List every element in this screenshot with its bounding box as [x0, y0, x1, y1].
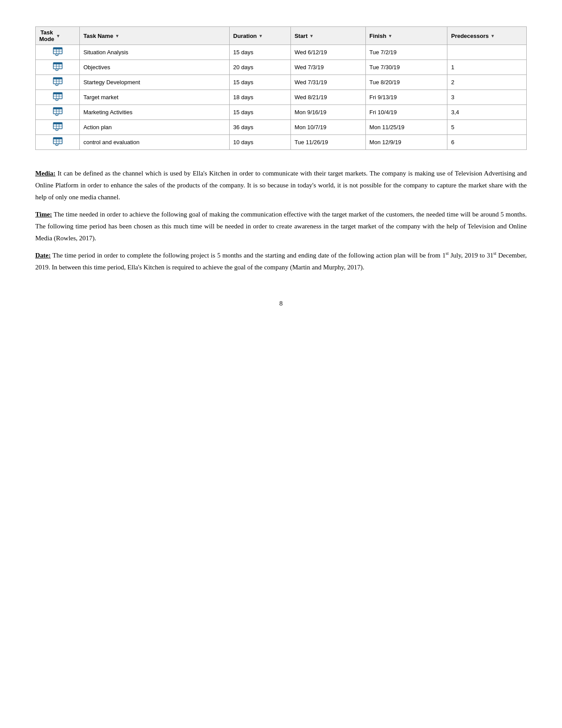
task-name-cell: Marketing Activities [80, 105, 230, 120]
page-number-value: 8 [279, 300, 283, 307]
duration-cell: 15 days [230, 75, 291, 90]
duration-cell: 18 days [230, 90, 291, 105]
predecessors-cell: 3 [447, 90, 527, 105]
svg-rect-6 [53, 63, 62, 64]
date-sup2: st [493, 251, 496, 256]
finish-cell: Fri 9/13/19 [366, 90, 447, 105]
finish-cell: Fri 10/4/19 [366, 105, 447, 120]
table-section: TaskMode ▼ Task Name ▼ Duration ▼ [35, 26, 527, 150]
th-task-name-label: Task Name [83, 33, 113, 39]
finish-cell: Mon 12/9/19 [366, 135, 447, 150]
th-start[interactable]: Start ▼ [291, 27, 366, 45]
th-finish-arrow[interactable]: ▼ [388, 34, 392, 38]
predecessors-cell [447, 45, 527, 60]
task-mode-icon [53, 92, 63, 101]
predecessors-cell: 6 [447, 135, 527, 150]
predecessors-cell: 2 [447, 75, 527, 90]
text-section: Media: It can be defined as the channel … [35, 168, 527, 273]
page-content: TaskMode ▼ Task Name ▼ Duration ▼ [35, 26, 527, 307]
start-cell: Wed 7/31/19 [291, 75, 366, 90]
task-name-cell: Action plan [80, 120, 230, 135]
start-cell: Mon 10/7/19 [291, 120, 366, 135]
start-cell: Wed 7/3/19 [291, 60, 366, 75]
task-mode-cell [36, 60, 80, 75]
th-finish[interactable]: Finish ▼ [366, 27, 447, 45]
date-label: Date: [35, 252, 51, 259]
task-name-cell: control and evaluation [80, 135, 230, 150]
duration-cell: 20 days [230, 60, 291, 75]
predecessors-cell: 3,4 [447, 105, 527, 120]
table-row: Situation Analysis15 daysWed 6/12/19Tue … [36, 45, 527, 60]
date-sup1: st [446, 251, 449, 256]
start-cell: Wed 8/21/19 [291, 90, 366, 105]
th-predecessors-arrow[interactable]: ▼ [491, 34, 495, 38]
table-row: Objectives20 daysWed 7/3/19Tue 7/30/191 [36, 60, 527, 75]
table-row: Startegy Development15 daysWed 7/31/19Tu… [36, 75, 527, 90]
date-paragraph: Date: The time period in order to comple… [35, 250, 527, 273]
finish-cell: Mon 11/25/19 [366, 120, 447, 135]
svg-rect-1 [53, 48, 62, 49]
th-duration[interactable]: Duration ▼ [230, 27, 291, 45]
finish-cell: Tue 7/2/19 [366, 45, 447, 60]
task-mode-cell [36, 120, 80, 135]
finish-cell: Tue 7/30/19 [366, 60, 447, 75]
th-task-name[interactable]: Task Name ▼ [80, 27, 230, 45]
th-finish-label: Finish [369, 33, 386, 39]
th-predecessors[interactable]: Predecessors ▼ [447, 27, 527, 45]
svg-rect-21 [53, 108, 62, 109]
th-duration-arrow[interactable]: ▼ [259, 34, 263, 38]
start-cell: Wed 6/12/19 [291, 45, 366, 60]
project-table: TaskMode ▼ Task Name ▼ Duration ▼ [35, 26, 527, 150]
svg-rect-11 [53, 78, 62, 79]
table-row: Action plan36 daysMon 10/7/19Mon 11/25/1… [36, 120, 527, 135]
task-name-cell: Situation Analysis [80, 45, 230, 60]
duration-cell: 36 days [230, 120, 291, 135]
task-mode-cell [36, 45, 80, 60]
page-number: 8 [35, 300, 527, 307]
svg-rect-16 [53, 93, 62, 94]
start-cell: Mon 9/16/19 [291, 105, 366, 120]
finish-cell: Tue 8/20/19 [366, 75, 447, 90]
date-body-2: July, 2019 to 31 [449, 252, 494, 259]
task-mode-icon [53, 122, 63, 131]
time-paragraph: Time: The time needed in order to achiev… [35, 209, 527, 244]
duration-cell: 15 days [230, 105, 291, 120]
th-start-arrow[interactable]: ▼ [309, 34, 314, 38]
table-row: Marketing Activities15 daysMon 9/16/19Fr… [36, 105, 527, 120]
task-mode-icon [53, 137, 63, 146]
predecessors-cell: 1 [447, 60, 527, 75]
th-predecessors-label: Predecessors [451, 33, 488, 39]
time-body: The time needed in order to achieve the … [35, 211, 527, 242]
task-name-cell: Objectives [80, 60, 230, 75]
task-mode-icon [53, 107, 63, 116]
th-task-mode-arrow[interactable]: ▼ [56, 34, 60, 38]
task-mode-icon [53, 77, 63, 86]
table-row: Target market18 daysWed 8/21/19Fri 9/13/… [36, 90, 527, 105]
task-mode-icon [53, 47, 63, 56]
th-task-mode-label: TaskMode [39, 29, 54, 42]
time-label: Time: [35, 211, 52, 218]
start-cell: Tue 11/26/19 [291, 135, 366, 150]
svg-rect-31 [53, 138, 62, 139]
duration-cell: 10 days [230, 135, 291, 150]
task-mode-cell [36, 75, 80, 90]
svg-rect-26 [53, 123, 62, 124]
task-mode-cell [36, 135, 80, 150]
task-mode-icon [53, 62, 63, 71]
th-duration-label: Duration [233, 33, 257, 39]
th-task-mode[interactable]: TaskMode ▼ [36, 27, 80, 45]
task-mode-cell [36, 90, 80, 105]
predecessors-cell: 5 [447, 120, 527, 135]
media-label: Media: [35, 170, 56, 177]
date-body-1: The time period in order to complete the… [51, 252, 446, 259]
media-body: It can be defined as the channel which i… [35, 170, 527, 201]
media-paragraph: Media: It can be defined as the channel … [35, 168, 527, 203]
th-task-name-arrow[interactable]: ▼ [115, 34, 119, 38]
task-name-cell: Target market [80, 90, 230, 105]
duration-cell: 15 days [230, 45, 291, 60]
table-row: control and evaluation10 daysTue 11/26/1… [36, 135, 527, 150]
task-name-cell: Startegy Development [80, 75, 230, 90]
th-start-label: Start [294, 33, 308, 39]
task-mode-cell [36, 105, 80, 120]
